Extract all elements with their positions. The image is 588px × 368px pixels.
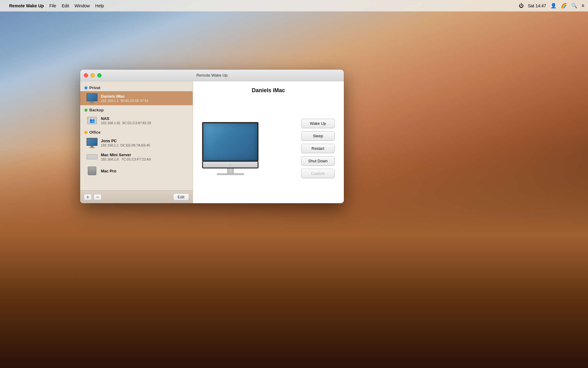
mac-pro-name: Mac Pro xyxy=(101,169,116,173)
add-button[interactable]: + xyxy=(84,194,92,200)
list-icon[interactable]: ≡ xyxy=(582,3,584,9)
menubar: Remote Wake Up Daniels iMac FileEditWind… xyxy=(0,0,588,12)
detail-panel: Daniels iMac  Wake Up Sleep Restart Shu xyxy=(193,81,344,203)
window-title: Remote Wake Up xyxy=(196,73,227,78)
group-privat-header: Privat xyxy=(80,83,193,91)
device-daniels-imac[interactable]: Daniels iMac 192.168.1.1 50:46:2D:5E:37:… xyxy=(80,91,193,105)
menu-window[interactable]: Window xyxy=(75,3,90,8)
jons-pc-details: 192.168.1.1 DC:EE:06:7A:E6:45 xyxy=(101,143,150,147)
nas-name: NAS xyxy=(101,116,151,121)
custom-button[interactable]: Custom xyxy=(301,169,335,178)
menu-file[interactable]: File xyxy=(49,3,56,8)
mac-mini-info: Mac Mini Server 192.168.1.8. 7C:D1:C3:F7… xyxy=(101,153,151,161)
backup-dot xyxy=(84,109,87,112)
search-icon[interactable]: 🔍 xyxy=(571,3,577,9)
maximize-button[interactable] xyxy=(97,73,102,78)
app-window: Remote Wake Up Privat xyxy=(80,70,344,203)
imac-chin:  xyxy=(202,162,258,168)
sidebar: Privat Daniels iMac 192.168.1.1 50:46: xyxy=(80,81,193,203)
user-icon[interactable]: 👤 xyxy=(551,3,557,9)
detail-main:  Wake Up Sleep Restart Shut Down Custom xyxy=(202,100,335,197)
nas-info: NAS 192.168.1.81 9C:D1:C3:87:82:29 xyxy=(101,116,151,125)
device-nas[interactable]: 👥 NAS 192.168.1.81 9C:D1:C3:87:82:29 xyxy=(80,114,193,128)
office-dot xyxy=(84,131,87,134)
close-button[interactable] xyxy=(84,73,88,78)
edit-button[interactable]: Edit xyxy=(173,193,189,200)
device-name: Daniels iMac xyxy=(101,94,148,99)
jons-pc-name: Jons PC xyxy=(101,139,150,143)
titlebar-buttons xyxy=(80,73,102,78)
privat-label: Privat xyxy=(89,85,100,90)
mac-mini-details: 192.168.1.8. 7C:D1:C3:F7:22:A9 xyxy=(101,157,151,161)
mac-mini-icon xyxy=(86,152,98,161)
apple-logo:  xyxy=(230,163,231,166)
imac-foot xyxy=(217,173,244,175)
titlebar: Remote Wake Up xyxy=(80,70,344,81)
imac-icon xyxy=(86,94,98,103)
mac-mini-name: Mac Mini Server xyxy=(101,153,151,157)
minimize-button[interactable] xyxy=(91,73,95,78)
device-info: Daniels iMac 192.168.1.1 50:46:2D:5E:37:… xyxy=(101,94,148,103)
device-mac-mini-server[interactable]: Mac Mini Server 192.168.1.8. 7C:D1:C3:F7… xyxy=(80,150,193,164)
office-label: Office xyxy=(89,130,101,135)
app-menu-name[interactable]: Remote Wake Up xyxy=(9,3,44,8)
imac-body xyxy=(202,122,258,162)
detail-title: Daniels iMac xyxy=(202,87,335,94)
nas-icon: 👥 xyxy=(86,116,98,125)
mac-pro-icon xyxy=(86,166,98,175)
sleep-button[interactable]: Sleep xyxy=(301,131,335,141)
imac-illustration:  xyxy=(202,122,258,175)
action-buttons: Wake Up Sleep Restart Shut Down Custom xyxy=(301,119,335,178)
device-jons-pc[interactable]: Jons PC 192.168.1.1 DC:EE:06:7A:E6:45 xyxy=(80,136,193,150)
group-backup-header: Backup xyxy=(80,105,193,114)
clock: Sat 14:47 xyxy=(528,3,546,8)
group-office-header: Office xyxy=(80,128,193,136)
window-content: Privat Daniels iMac 192.168.1.1 50:46: xyxy=(80,81,344,203)
menu-help[interactable]: Help xyxy=(95,3,104,8)
mac-pro-info: Mac Pro xyxy=(101,169,116,173)
privat-dot xyxy=(84,86,87,89)
jons-pc-icon xyxy=(86,138,98,147)
power-icon[interactable]: ⏻ xyxy=(519,3,524,9)
backup-label: Backup xyxy=(89,108,104,112)
device-mac-pro[interactable]: Mac Pro xyxy=(80,164,193,178)
sidebar-toolbar: + − Edit xyxy=(80,190,193,203)
menubar-left: Remote Wake Up Daniels iMac FileEditWind… xyxy=(4,3,104,8)
nas-details: 192.168.1.81 9C:D1:C3:87:82:29 xyxy=(101,121,151,125)
menu-edit[interactable]: Edit xyxy=(62,3,69,8)
jons-pc-info: Jons PC 192.168.1.1 DC:EE:06:7A:E6:45 xyxy=(101,139,150,147)
menubar-right: ⏻ Sat 14:47 👤 🌈 🔍 ≡ xyxy=(519,3,584,9)
siri-icon[interactable]: 🌈 xyxy=(561,3,567,9)
imac-neck xyxy=(227,168,234,173)
wake-up-button[interactable]: Wake Up xyxy=(301,119,335,128)
sidebar-list: Privat Daniels iMac 192.168.1.1 50:46: xyxy=(80,81,193,190)
restart-button[interactable]: Restart xyxy=(301,144,335,153)
device-details: 192.168.1.1 50:46:2D:5E:37:51 xyxy=(101,99,148,103)
shut-down-button[interactable]: Shut Down xyxy=(301,156,335,166)
remove-button[interactable]: − xyxy=(94,194,102,200)
